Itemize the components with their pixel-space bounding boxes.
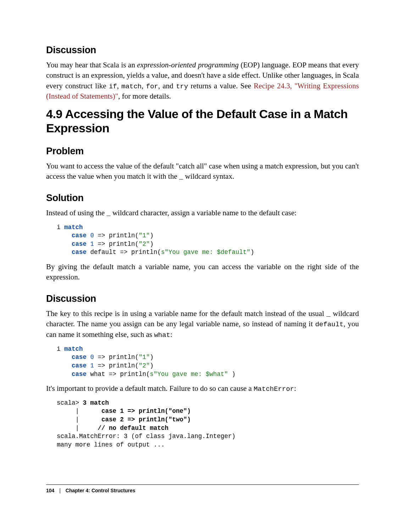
discussion2-paragraph-2: It's important to provide a default matc… (46, 383, 359, 394)
code-text: ) (250, 249, 254, 256)
string-literal: "2" (139, 240, 150, 248)
code-block-1: i match case 0 => println("1") case 1 =>… (57, 223, 359, 257)
code-inline-underscore: _ (327, 310, 331, 318)
code-text (87, 232, 90, 239)
code-text: ) (150, 354, 154, 361)
code-text: i (57, 345, 64, 353)
keyword-case: case (72, 354, 87, 361)
code-text (87, 240, 90, 248)
keyword-case: case (72, 240, 87, 248)
number-literal: 0 (90, 232, 94, 239)
solution-after: By giving the default match a variable n… (46, 262, 359, 283)
page-number: 104 (46, 488, 54, 493)
code-inline-for: for (146, 83, 158, 90)
code-inline-matcherror: MatchError (254, 385, 294, 393)
code-inline-if: if (109, 83, 117, 90)
code-text (87, 354, 90, 361)
text: : (294, 384, 296, 393)
solution-heading: Solution (46, 193, 359, 204)
repl-input: // no default match (98, 425, 169, 432)
number-literal: 0 (90, 354, 94, 361)
text: It's important to provide a default matc… (46, 384, 254, 393)
code-inline-default: default (315, 321, 344, 328)
string-literal: "1" (139, 354, 150, 361)
keyword-match: match (64, 345, 83, 353)
code-text: what => println( (87, 371, 150, 378)
code-text: i (57, 224, 64, 231)
text: , for more details. (118, 92, 171, 100)
repl-prompt: | (57, 408, 101, 415)
repl-prompt: | (57, 425, 98, 432)
code-text: ) (150, 240, 154, 248)
repl-input: case 2 => println("two") (101, 416, 191, 423)
text: , and (158, 82, 176, 90)
code-text: ) (150, 362, 154, 369)
chapter-label: Chapter 4: Control Structures (66, 488, 135, 493)
code-text: default => println( (87, 249, 161, 256)
number-literal: 1 (90, 240, 94, 248)
text: returns a value. See (188, 82, 254, 90)
code-text (87, 362, 90, 369)
code-text: => println( (94, 354, 139, 361)
text: You may hear that Scala is an (46, 61, 137, 69)
code-inline-underscore: _ (179, 173, 183, 181)
text: wildcard syntax. (183, 172, 234, 181)
string-literal: "1" (139, 232, 150, 239)
code-inline-try: try (176, 83, 188, 90)
discussion-heading-1: Discussion (46, 45, 359, 56)
repl-input: case 1 => println("one") (101, 408, 191, 415)
text: , (117, 82, 122, 90)
text: wildcard character, assign a variable na… (111, 209, 297, 217)
section-title: 4.9 Accessing the Value of the Default C… (46, 107, 359, 135)
code-text: ) (150, 232, 154, 239)
repl-output: many more lines of output ... (57, 441, 165, 448)
problem-heading: Problem (46, 146, 359, 157)
emphasis: expression-oriented programming (137, 61, 239, 69)
text: Instead of using the (46, 209, 106, 217)
page: Discussion You may hear that Scala is an… (0, 0, 405, 515)
code-text (57, 354, 72, 361)
code-text (57, 362, 72, 369)
keyword-case: case (72, 371, 87, 378)
solution-intro: Instead of using the _ wildcard characte… (46, 208, 359, 218)
problem-paragraph: You want to access the value of the defa… (46, 161, 359, 182)
code-text: ) (228, 371, 235, 378)
number-literal: 1 (90, 362, 94, 369)
string-literal: s"You gave me: $default" (161, 249, 250, 256)
code-text (57, 240, 72, 248)
code-text: => println( (94, 362, 139, 369)
repl-prompt: scala> (57, 399, 83, 406)
repl-prompt: | (57, 416, 101, 423)
code-inline-underscore: _ (106, 210, 110, 217)
code-text (57, 249, 72, 256)
text: , (142, 82, 146, 90)
keyword-match: match (64, 224, 83, 231)
code-block-2: i match case 0 => println("1") case 1 =>… (57, 345, 359, 379)
code-text: => println( (94, 240, 139, 248)
page-footer: 104 | Chapter 4: Control Structures (46, 488, 359, 493)
keyword-case: case (72, 362, 87, 369)
string-literal: "2" (139, 362, 150, 369)
code-text: => println( (94, 232, 139, 239)
footer-rule (46, 484, 359, 485)
text: : (170, 330, 172, 339)
code-text (57, 371, 72, 378)
code-inline-what: what (154, 331, 170, 339)
footer-separator: | (59, 488, 61, 493)
string-literal: s"You gave me: $what" (150, 371, 228, 378)
code-block-3: scala> 3 match | case 1 => println("one"… (57, 399, 359, 449)
discussion-paragraph-1: You may hear that Scala is an expression… (46, 60, 359, 102)
code-inline-match: match (121, 83, 142, 90)
text: The key to this recipe is in using a var… (46, 309, 327, 318)
keyword-case: case (72, 249, 87, 256)
discussion2-paragraph-1: The key to this recipe is in using a var… (46, 309, 359, 340)
discussion-heading-2: Discussion (46, 293, 359, 304)
repl-input: 3 match (83, 399, 109, 406)
keyword-case: case (72, 232, 87, 239)
repl-output: scala.MatchError: 3 (of class java.lang.… (57, 433, 235, 440)
code-text (57, 232, 72, 239)
